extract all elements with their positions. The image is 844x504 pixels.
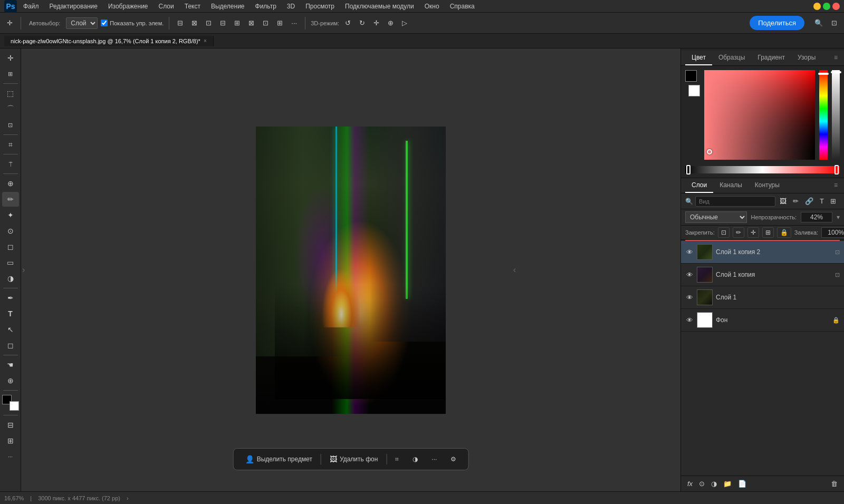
background-color[interactable] — [9, 401, 19, 411]
collapse-right-btn[interactable]: ‹ — [513, 265, 516, 275]
3d-slide-btn[interactable]: ⊕ — [385, 17, 396, 28]
align-center-btn[interactable]: ⊠ — [189, 17, 200, 28]
fill-input[interactable] — [821, 227, 844, 238]
color-selector[interactable] — [2, 395, 19, 411]
menu-text[interactable]: Текст — [180, 2, 205, 11]
path-select-tool[interactable]: ↖ — [2, 322, 19, 337]
menu-help[interactable]: Справка — [446, 2, 479, 11]
align-top-btn[interactable]: ⊞ — [232, 17, 243, 28]
eraser-tool[interactable]: ◻ — [2, 239, 19, 254]
show-controls-label[interactable]: Показать упр. элем. — [101, 20, 164, 26]
blur-tool[interactable]: ◑ — [2, 271, 19, 286]
more-tools-btn[interactable]: ··· — [2, 449, 19, 464]
status-arrow[interactable]: › — [127, 495, 129, 501]
layer-item[interactable]: 👁 Слой 1 копия ⊡ — [681, 264, 844, 286]
align-left-btn[interactable]: ⊟ — [175, 17, 186, 28]
menu-image[interactable]: Изображение — [104, 2, 152, 11]
layer-item[interactable]: 👁 Слой 1 — [681, 286, 844, 309]
delete-layer-btn[interactable]: 🗑 — [829, 478, 840, 489]
marquee-tool[interactable]: ⬚ — [2, 86, 19, 101]
color-panel-expand[interactable]: ≡ — [832, 51, 840, 65]
new-fill-layer-btn[interactable]: ◑ — [709, 478, 719, 489]
3d-drag-btn[interactable]: ✛ — [371, 17, 382, 28]
align-right-btn[interactable]: ⊡ — [203, 17, 214, 28]
canvas-more-btn[interactable]: ··· — [425, 452, 443, 466]
eyedropper-tool[interactable]: ⍑ — [2, 157, 19, 171]
align-middle-btn[interactable]: ⊠ — [246, 17, 257, 28]
menu-plugins[interactable]: Подключаемые модули — [341, 2, 418, 11]
layers-panel-expand[interactable]: ≡ — [832, 178, 840, 193]
new-layer-bottom-btn[interactable]: 📄 — [736, 478, 749, 489]
tab-close-btn[interactable]: × — [204, 38, 207, 44]
3d-scale-btn[interactable]: ▷ — [399, 17, 410, 28]
history-brush-tool[interactable]: ⊙ — [2, 224, 19, 238]
hue-slider[interactable] — [819, 70, 827, 160]
text-tool[interactable]: T — [2, 306, 19, 321]
select-subject-btn[interactable]: 👤 Выделить предмет — [239, 452, 319, 467]
color-saturation-box[interactable] — [704, 70, 815, 160]
layer-text-filter-btn[interactable]: T — [818, 196, 826, 207]
hand-tool[interactable]: ☚ — [2, 357, 19, 372]
lasso-tool[interactable]: ⌒ — [2, 102, 19, 117]
shape-tool[interactable]: ◻ — [2, 338, 19, 353]
crop-tool[interactable]: ⌗ — [2, 137, 19, 152]
layers-search-input[interactable] — [695, 196, 775, 207]
panel-options-btn[interactable]: ⊡ — [829, 17, 840, 28]
layer-item[interactable]: 👁 Фон 🔒 — [681, 309, 844, 332]
document-tab[interactable]: nick-page-zlw0owlGNtc-unsplash.jpg @ 16,… — [4, 36, 214, 46]
layer-visibility-toggle[interactable]: 👁 — [685, 316, 694, 324]
minimize-button[interactable] — [813, 3, 821, 10]
lock-all-btn[interactable]: 🔒 — [777, 227, 791, 238]
3d-roll-btn[interactable]: ↻ — [357, 17, 368, 28]
quick-mask-btn[interactable]: ⊟ — [2, 418, 19, 432]
layer-visibility-toggle[interactable]: 👁 — [685, 270, 694, 279]
maximize-button[interactable] — [823, 3, 830, 10]
layer-item[interactable]: 👁 Слой 1 копия 2 ⊡ — [681, 241, 844, 264]
tab-color[interactable]: Цвет — [685, 51, 712, 65]
layer-link-btn[interactable]: 🔗 — [803, 196, 816, 207]
show-controls-checkbox[interactable] — [101, 20, 108, 26]
rotate-canvas-btn[interactable]: ◑ — [406, 452, 424, 466]
layer-transform-btn[interactable]: ⊞ — [828, 196, 838, 207]
opacity-input[interactable] — [801, 212, 832, 222]
menu-select[interactable]: Выделение — [207, 2, 249, 11]
lock-transparent-btn[interactable]: ⊡ — [718, 227, 730, 238]
align-bottom-btn[interactable]: ⊡ — [260, 17, 271, 28]
canvas-document[interactable] — [256, 127, 446, 414]
tab-patterns[interactable]: Узоры — [791, 51, 822, 65]
menu-view[interactable]: Просмотр — [301, 2, 339, 11]
background-swatch[interactable] — [688, 85, 700, 96]
screen-mode-btn[interactable]: ⊞ — [2, 433, 19, 448]
share-button[interactable]: Поделиться — [750, 16, 804, 30]
tab-layers[interactable]: Слои — [685, 178, 713, 193]
tab-gradient[interactable]: Градиент — [751, 51, 791, 65]
blend-mode-select[interactable]: Обычные — [685, 211, 747, 223]
artboard-tool[interactable]: ⊞ — [2, 66, 19, 81]
add-mask-btn[interactable]: ⊙ — [697, 478, 707, 489]
menu-edit[interactable]: Редактирование — [45, 2, 102, 11]
menu-filter[interactable]: Фильтр — [251, 2, 281, 11]
collapse-left-btn[interactable]: › — [22, 265, 25, 275]
menu-file[interactable]: Файл — [19, 2, 43, 11]
lock-image-btn[interactable]: ✏ — [733, 227, 744, 238]
tab-paths[interactable]: Контуры — [749, 178, 786, 193]
tab-swatches[interactable]: Образцы — [712, 51, 751, 65]
layer-fx-btn[interactable]: fx — [685, 478, 695, 489]
new-group-btn[interactable]: 📁 — [721, 478, 734, 489]
foreground-swatch[interactable] — [685, 70, 697, 82]
layer-visibility-toggle[interactable]: 👁 — [685, 248, 694, 256]
lock-artboard-btn[interactable]: ⊞ — [762, 227, 774, 238]
menu-layers[interactable]: Слои — [155, 2, 178, 11]
3d-rotate-btn[interactable]: ↺ — [342, 17, 353, 28]
object-select-tool[interactable]: ⊡ — [2, 118, 19, 132]
remove-bg-btn[interactable]: 🖼 Удалить фон — [323, 452, 384, 467]
zoom-tool[interactable]: ⊕ — [2, 373, 19, 388]
lock-position-btn[interactable]: ✛ — [747, 227, 759, 238]
menu-window[interactable]: Окно — [420, 2, 444, 11]
menu-3d[interactable]: 3D — [283, 2, 299, 11]
color-preview-bar[interactable] — [685, 166, 840, 173]
crop-canvas-btn[interactable]: ⌗ — [389, 452, 405, 466]
canvas-settings-btn[interactable]: ⚙ — [444, 452, 463, 466]
move-tool[interactable]: ✛ — [2, 51, 19, 65]
brightness-slider[interactable] — [832, 70, 840, 160]
